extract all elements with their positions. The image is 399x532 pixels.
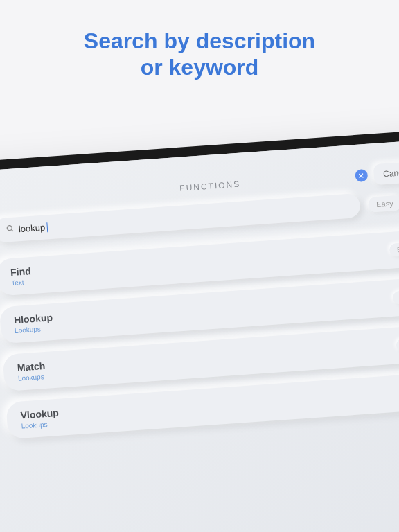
cancel-button[interactable]: Cancel: [373, 161, 399, 185]
result-name: Vlookup: [20, 407, 59, 421]
result-category: Lookups: [15, 324, 54, 335]
text-cursor: [47, 222, 48, 232]
tablet-frame: Oct 18 FUNCTIONS ✕ Cancel lookup Easy →: [0, 128, 399, 532]
result-name: Hlookup: [13, 312, 53, 326]
search-icon: [6, 224, 15, 236]
svg-line-1: [11, 229, 13, 231]
result-category: Lookups: [18, 373, 46, 382]
difficulty-badge: Easy: [392, 290, 399, 305]
page-title: FUNCTIONS: [179, 179, 241, 193]
result-list: Find Text Easy Hlookup Lookups Easy Matc…: [0, 229, 399, 438]
result-category: Lookups: [21, 420, 60, 430]
difficulty-badge: Easy: [389, 242, 399, 257]
search-value: lookup: [18, 222, 45, 235]
difficulty-badge: Easy: [396, 337, 399, 353]
result-category: Text: [11, 278, 32, 287]
result-name: Match: [17, 360, 45, 373]
filter-pill[interactable]: Easy: [367, 195, 399, 212]
hero-line-1: Search by description: [0, 28, 399, 54]
hero-title: Search by description or keyword: [0, 0, 399, 81]
result-name: Find: [10, 265, 32, 278]
hero-line-2: or keyword: [0, 54, 399, 80]
tablet-screen: Oct 18 FUNCTIONS ✕ Cancel lookup Easy →: [0, 139, 399, 532]
clear-search-icon[interactable]: ✕: [355, 169, 368, 182]
